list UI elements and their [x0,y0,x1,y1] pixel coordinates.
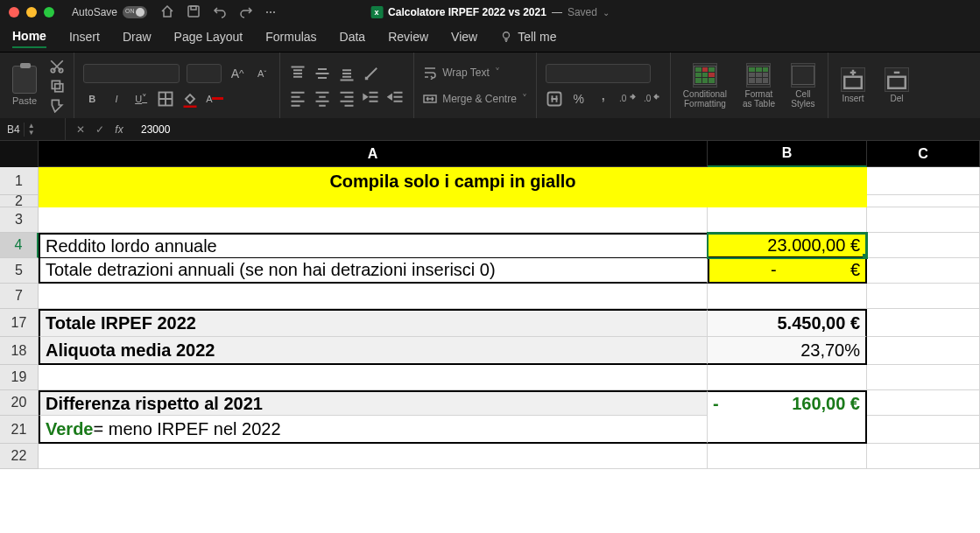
cell[interactable] [867,337,980,365]
col-header-a[interactable]: A [39,141,708,167]
insert-cells-button[interactable]: Insert [837,64,869,107]
name-box-stepper[interactable]: ▲▼ [24,123,35,137]
delete-cells-button[interactable]: Del [881,64,913,107]
cell[interactable] [39,207,708,233]
cell[interactable] [867,416,980,444]
row-header[interactable]: 7 [0,284,39,309]
align-right-icon[interactable] [338,89,356,107]
align-middle-icon[interactable] [314,65,331,82]
cell[interactable] [867,444,980,469]
cell[interactable] [867,167,980,195]
format-as-table-button[interactable]: Format as Table [739,60,779,112]
bold-button[interactable]: B [83,90,101,108]
more-icon[interactable]: ⋯ [265,6,276,18]
underline-button[interactable]: U ˅ [132,90,150,108]
copy-icon[interactable] [49,79,65,93]
cell[interactable] [867,233,980,258]
cell[interactable] [708,365,867,390]
aliquota-value[interactable]: 23,70% [708,337,867,365]
autosave-toggle[interactable]: AutoSave ON [72,6,147,18]
tab-insert[interactable]: Insert [69,30,100,47]
increase-font-icon[interactable]: A^ [229,65,246,82]
totale-irpef-label[interactable]: Totale IRPEF 2022 [39,309,708,337]
tab-data[interactable]: Data [340,30,366,47]
cell[interactable] [708,284,867,309]
borders-icon[interactable] [157,90,174,108]
banner-cell[interactable]: Compila solo i campi in giallo [39,167,867,195]
decrease-indent-icon[interactable] [363,89,380,107]
cell[interactable] [867,390,980,416]
align-bottom-icon[interactable] [338,65,356,82]
row-header[interactable]: 19 [0,365,39,390]
font-size-select[interactable] [187,64,222,83]
accept-formula-icon[interactable]: ✓ [92,123,108,136]
cell[interactable] [867,284,980,309]
row-header[interactable]: 5 [0,258,39,284]
aliquota-label[interactable]: Aliquota media 2022 [39,337,708,365]
col-header-c[interactable]: C [867,141,980,167]
detrazioni-value[interactable]: - € [708,258,867,284]
cell[interactable] [708,207,867,233]
detrazioni-label[interactable]: Totale detrazioni annuali (se non hai de… [39,258,708,284]
decrease-font-icon[interactable]: Aˇ [253,65,271,82]
format-painter-icon[interactable] [49,98,65,112]
redo-icon[interactable] [239,4,253,21]
chevron-down-icon[interactable]: ⌄ [603,8,610,18]
row-header[interactable]: 1 [0,167,39,195]
row-header[interactable]: 20 [0,390,39,416]
align-top-icon[interactable] [289,65,307,82]
cell[interactable] [867,207,980,233]
align-left-icon[interactable] [289,89,307,107]
totale-irpef-value[interactable]: 5.450,00 € [708,309,867,337]
cell[interactable] [39,365,708,390]
close-window-icon[interactable] [9,7,19,18]
row-header[interactable]: 21 [0,416,39,444]
row-header[interactable]: 17 [0,309,39,337]
italic-button[interactable]: I [108,90,125,108]
tab-formulas[interactable]: Formulas [265,30,316,47]
percent-format-icon[interactable]: % [570,90,588,108]
wrap-text-button[interactable]: Wrap Text ˅ [423,63,527,82]
row-header[interactable]: 3 [0,207,39,233]
differenza-label[interactable]: Differenza rispetto al 2021 [39,390,708,416]
reddito-value[interactable]: 23.000,00 € [708,233,867,258]
decrease-decimal-icon[interactable]: .0 [644,90,661,108]
select-all-corner[interactable] [0,141,39,167]
row-header[interactable]: 22 [0,444,39,469]
tab-draw[interactable]: Draw [123,30,152,47]
row-header[interactable]: 4 [0,233,39,258]
cell[interactable] [39,284,708,309]
maximize-window-icon[interactable] [44,7,54,18]
comma-format-icon[interactable]: , [595,90,612,108]
cell[interactable] [708,416,867,444]
reddito-label[interactable]: Reddito lordo annuale [39,233,708,258]
tab-page-layout[interactable]: Page Layout [174,30,243,47]
cell[interactable] [39,195,867,207]
row-header[interactable]: 2 [0,195,39,207]
col-header-b[interactable]: B [708,141,867,167]
cell[interactable] [708,444,867,469]
formula-input[interactable]: 23000 [134,123,980,136]
toggle-switch-icon[interactable]: ON [123,6,147,18]
paste-button[interactable]: Paste [9,62,40,109]
cell[interactable] [867,195,980,207]
increase-indent-icon[interactable] [387,89,405,107]
cell[interactable] [867,258,980,284]
orientation-icon[interactable] [363,65,380,82]
tab-home[interactable]: Home [12,29,46,48]
cut-icon[interactable] [49,60,65,74]
cell-styles-button[interactable]: Cell Styles [787,60,819,112]
cancel-formula-icon[interactable]: ✕ [73,123,88,136]
row-header[interactable]: 18 [0,337,39,365]
tab-review[interactable]: Review [388,30,428,47]
verde-note[interactable]: Verde = meno IRPEF nel 2022 [39,416,708,444]
undo-icon[interactable] [213,4,227,21]
home-icon[interactable] [160,4,174,21]
accounting-format-icon[interactable] [546,90,563,108]
font-color-icon[interactable]: A [206,90,223,108]
align-center-icon[interactable] [314,89,331,107]
increase-decimal-icon[interactable]: .0 [619,90,637,108]
cell[interactable] [39,444,708,469]
cell[interactable] [867,365,980,390]
fx-icon[interactable]: fx [111,123,127,136]
